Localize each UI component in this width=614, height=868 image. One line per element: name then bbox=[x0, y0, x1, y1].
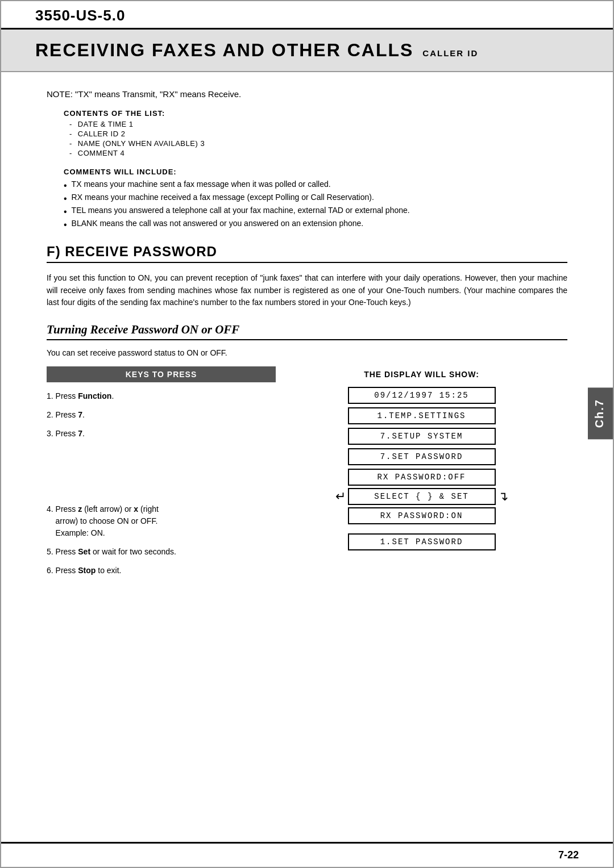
step-5: 5. Press Set or wait for two seconds. bbox=[47, 546, 276, 558]
subsection-heading: Turning Receive Password ON or OFF bbox=[47, 323, 567, 340]
th-keys: KEYS TO PRESS bbox=[47, 366, 276, 382]
left-arrow-icon: ↵ bbox=[335, 490, 346, 503]
lcd-display-8: 1.SET PASSWORD bbox=[348, 533, 496, 550]
contents-item-4: - COMMENT 4 bbox=[69, 149, 567, 157]
contents-item-3: - NAME (ONLY WHEN AVAILABLE) 3 bbox=[69, 139, 567, 148]
bottom-bar: 7-22 bbox=[1, 842, 613, 867]
contents-item-2: - CALLER ID 2 bbox=[69, 130, 567, 138]
bullet-icon: • bbox=[64, 207, 67, 217]
lcd-display-4: 7.SET PASSWORD bbox=[348, 448, 496, 465]
page: 3550-US-5.0 RECEIVING FAXES AND OTHER CA… bbox=[0, 0, 614, 868]
chapter-title-sub: CALLER ID bbox=[422, 48, 478, 58]
main-content: NOTE: "TX" means Transmit, "RX" means Re… bbox=[1, 72, 613, 612]
table-headers: KEYS TO PRESS THE DISPLAY WILL SHOW: bbox=[47, 366, 567, 382]
dash-icon: - bbox=[69, 130, 72, 138]
step-2: 2. Press 7. bbox=[47, 409, 276, 421]
chapter-tab: Ch.7 bbox=[588, 387, 613, 439]
col-display: 09/12/1997 15:25 1.TEMP.SETTINGS 7.SETUP… bbox=[276, 385, 567, 556]
lcd-arrow-group: ↵ RX PASSWORD:OFF SELECT { } & SET RX PA… bbox=[342, 469, 501, 524]
right-arrow-icon: ↴ bbox=[498, 490, 508, 503]
dash-icon: - bbox=[69, 149, 72, 157]
note-text: NOTE: "TX" means Transmit, "RX" means Re… bbox=[47, 89, 567, 99]
lcd-display-1: 09/12/1997 15:25 bbox=[348, 387, 496, 404]
step-4: 4. Press z (left arrow) or x (right arro… bbox=[47, 503, 276, 539]
lcd-display-5: RX PASSWORD:OFF bbox=[348, 469, 496, 486]
lcd-display-6: SELECT { } & SET bbox=[348, 488, 496, 505]
bullet-icon: • bbox=[64, 181, 67, 191]
section-f-heading: F) RECEIVE PASSWORD bbox=[47, 244, 567, 263]
col-keys: 1. Press Function. 2. Press 7. 3. Press … bbox=[47, 385, 276, 583]
step-6: 6. Press Stop to exit. bbox=[47, 565, 276, 577]
step-3: 3. Press 7. bbox=[47, 428, 276, 440]
lcd-display-2: 1.TEMP.SETTINGS bbox=[348, 407, 496, 424]
dash-icon: - bbox=[69, 120, 72, 128]
instruction-table: KEYS TO PRESS THE DISPLAY WILL SHOW: 1. … bbox=[47, 366, 567, 583]
contents-section: CONTENTS OF THE LIST: - DATE & TIME 1 - … bbox=[64, 109, 567, 157]
lcd-display-7: RX PASSWORD:ON bbox=[348, 507, 496, 524]
lcd-display-3: 7.SETUP SYSTEM bbox=[348, 428, 496, 445]
th-display: THE DISPLAY WILL SHOW: bbox=[276, 366, 567, 382]
bullet-item-1: • TX means your machine sent a fax messa… bbox=[64, 180, 567, 191]
step-1: 1. Press Function. bbox=[47, 390, 276, 402]
comments-title: COMMENTS WILL INCLUDE: bbox=[64, 168, 567, 176]
chapter-header: RECEIVING FAXES AND OTHER CALLS CALLER I… bbox=[1, 30, 613, 72]
bullet-item-4: • BLANK means the call was not answered … bbox=[64, 219, 567, 230]
section-f-body: If you set this function to ON, you can … bbox=[47, 272, 567, 309]
chapter-title-main: RECEIVING FAXES AND OTHER CALLS bbox=[35, 40, 413, 61]
contents-title: CONTENTS OF THE LIST: bbox=[64, 109, 567, 118]
lcd-stack: RX PASSWORD:OFF SELECT { } & SET RX PASS… bbox=[348, 469, 496, 524]
contents-item-1: - DATE & TIME 1 bbox=[69, 120, 567, 128]
model-number: 3550-US-5.0 bbox=[35, 7, 125, 24]
bullet-icon: • bbox=[64, 194, 67, 204]
bullet-item-3: • TEL means you answered a telephone cal… bbox=[64, 206, 567, 217]
subsection-intro: You can set receive password status to O… bbox=[47, 348, 567, 357]
top-bar: 3550-US-5.0 bbox=[1, 1, 613, 30]
comments-section: COMMENTS WILL INCLUDE: • TX means your m… bbox=[64, 168, 567, 230]
page-number: 7-22 bbox=[558, 849, 579, 861]
bullet-icon: • bbox=[64, 220, 67, 230]
dash-icon: - bbox=[69, 139, 72, 148]
table-body: 1. Press Function. 2. Press 7. 3. Press … bbox=[47, 385, 567, 583]
bullet-item-2: • RX means your machine received a fax m… bbox=[64, 193, 567, 204]
